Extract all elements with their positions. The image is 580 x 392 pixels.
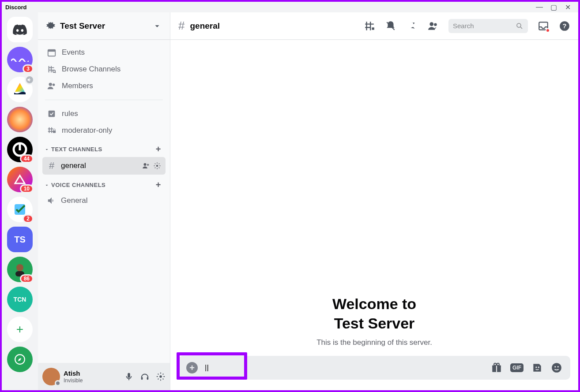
unread-badge: 10 — [20, 184, 34, 193]
svg-point-29 — [535, 366, 537, 368]
speaker-icon — [47, 196, 56, 205]
inbox-button[interactable] — [538, 20, 549, 32]
svg-point-30 — [538, 366, 539, 368]
invite-icon[interactable] — [142, 162, 150, 170]
server-label: TCN — [14, 296, 26, 303]
svg-point-20 — [517, 23, 521, 27]
svg-point-2 — [16, 264, 23, 271]
gift-button[interactable] — [491, 362, 502, 373]
headphones-button[interactable] — [140, 372, 150, 381]
server-item[interactable]: 3 — [7, 47, 33, 72]
server-header[interactable]: Test Server — [38, 12, 170, 40]
home-button[interactable] — [7, 17, 33, 42]
attach-button[interactable]: + — [186, 362, 198, 373]
search-placeholder: Search — [453, 22, 474, 30]
add-channel-button[interactable]: + — [156, 180, 164, 190]
user-panel: Atish Invisible — [38, 363, 170, 390]
svg-point-18 — [429, 22, 433, 26]
svg-point-32 — [554, 366, 556, 367]
hash-icon: # — [47, 160, 56, 172]
server-item[interactable] — [7, 77, 33, 102]
window-minimize[interactable]: — — [532, 3, 546, 11]
search-box[interactable]: Search — [448, 19, 528, 33]
hash-icon: # — [178, 19, 185, 33]
unread-badge: 2 — [23, 214, 34, 223]
mic-button[interactable] — [124, 372, 134, 381]
explore-button[interactable] — [7, 347, 33, 372]
gif-button[interactable]: GIF — [510, 363, 524, 372]
message-input[interactable] — [205, 363, 484, 372]
message-area: Welcome to Test Server This is the begin… — [170, 40, 578, 356]
server-item[interactable]: 44 — [7, 137, 33, 162]
svg-rect-11 — [53, 131, 56, 133]
svg-rect-15 — [141, 377, 143, 380]
sidebar-members[interactable]: Members — [42, 78, 166, 94]
pinned-button[interactable] — [406, 20, 418, 32]
window-close[interactable]: ✕ — [561, 3, 575, 11]
server-item-ts[interactable]: TS — [7, 227, 33, 252]
svg-point-17 — [159, 375, 162, 378]
voice-channel-general[interactable]: General — [42, 193, 166, 209]
server-item[interactable]: 86 — [7, 257, 33, 282]
titlebar: Discord — ▢ ✕ — [2, 2, 578, 12]
user-avatar[interactable] — [42, 368, 60, 385]
main-area: # general Search ? Welcome t — [170, 12, 578, 390]
server-item[interactable] — [7, 107, 33, 132]
add-channel-button[interactable]: + — [156, 144, 164, 154]
svg-point-8 — [49, 83, 52, 86]
status-dot-icon — [55, 380, 61, 386]
svg-rect-10 — [49, 111, 55, 117]
window-maximize[interactable]: ▢ — [546, 3, 561, 11]
category-voice-label: VOICE CHANNELS — [51, 182, 105, 188]
browse-label: Browse Channels — [62, 65, 121, 74]
server-boost-icon — [46, 21, 56, 31]
unread-badge: 44 — [20, 154, 34, 163]
channel-moderator[interactable]: moderator-only — [42, 122, 166, 139]
server-item[interactable]: 10 — [7, 167, 33, 192]
channel-general-label: general — [61, 161, 86, 170]
channel-sidebar: Test Server Events Browse Channels Membe… — [38, 12, 170, 390]
sidebar-browse[interactable]: Browse Channels — [42, 61, 166, 78]
search-icon — [516, 22, 524, 30]
sidebar-events[interactable]: Events — [42, 44, 166, 61]
server-rail: 3 44 10 2 TS 86 TC — [2, 12, 38, 390]
server-item[interactable]: 2 — [7, 197, 33, 222]
channel-general[interactable]: # general — [42, 157, 166, 175]
members-label: Members — [62, 82, 93, 90]
svg-point-13 — [156, 165, 158, 167]
gear-icon[interactable] — [153, 162, 161, 170]
speaker-icon — [25, 75, 34, 85]
svg-point-12 — [144, 163, 147, 166]
server-item[interactable]: TCN — [7, 287, 33, 312]
wave-icon — [11, 57, 29, 62]
emoji-button[interactable] — [551, 362, 562, 373]
notifications-button[interactable] — [385, 20, 396, 32]
help-button[interactable]: ? — [559, 20, 570, 32]
events-label: Events — [62, 48, 85, 57]
hash-lock-icon — [47, 126, 56, 135]
svg-point-33 — [557, 366, 559, 367]
svg-point-31 — [552, 363, 561, 373]
discord-logo-icon — [13, 24, 27, 35]
category-text[interactable]: TEXT CHANNELS + — [42, 139, 166, 157]
sticker-button[interactable] — [531, 362, 543, 373]
channel-rules[interactable]: rules — [42, 105, 166, 122]
svg-point-9 — [53, 84, 55, 86]
add-server-button[interactable]: + — [7, 317, 33, 342]
chevron-down-icon — [44, 183, 49, 188]
welcome-title: Welcome to Test Server — [332, 294, 416, 333]
calendar-icon — [47, 48, 56, 57]
sailboat-icon — [11, 81, 28, 98]
voice-general-label: General — [61, 196, 87, 205]
unread-badge: 3 — [23, 64, 34, 73]
rules-label: rules — [62, 109, 78, 118]
category-voice[interactable]: VOICE CHANNELS + — [42, 175, 166, 193]
threads-button[interactable] — [364, 20, 375, 32]
divider — [45, 100, 163, 100]
user-status: Invisible — [64, 377, 83, 384]
server-label: TS — [14, 235, 26, 245]
unread-badge: 86 — [20, 274, 34, 283]
member-list-button[interactable] — [427, 20, 439, 32]
settings-button[interactable] — [156, 372, 166, 381]
category-text-label: TEXT CHANNELS — [51, 146, 102, 153]
